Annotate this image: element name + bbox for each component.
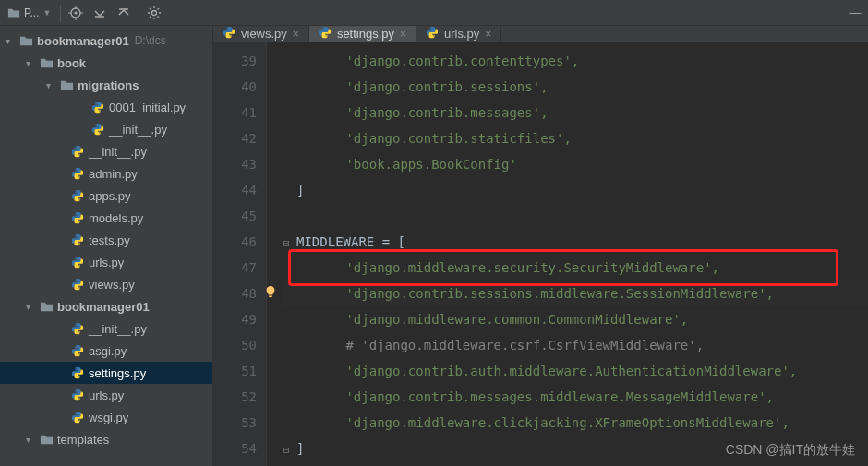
tree-label: tests.py	[89, 233, 130, 247]
code-line[interactable]: 'django.contrib.messages',	[283, 100, 868, 125]
tree-path: D:\dcs	[135, 34, 166, 47]
code-editor[interactable]: 3940414243444546474849505152535455 'djan…	[213, 42, 868, 466]
top-toolbar: P... ▼ —	[0, 0, 868, 26]
folder-icon	[39, 55, 54, 70]
collapse-icon[interactable]	[115, 4, 133, 22]
python-file-icon	[70, 321, 85, 336]
python-file-icon	[90, 100, 105, 114]
chevron-down-icon: ▼	[42, 8, 51, 18]
tree-file[interactable]: __init__.py	[0, 118, 212, 140]
tree-label: models.py	[89, 211, 143, 225]
code-line[interactable]: 'django.contrib.staticfiles',	[283, 125, 868, 151]
tree-file[interactable]: urls.py	[0, 251, 212, 273]
tree-file[interactable]: 0001_initial.py	[0, 96, 212, 118]
tree-file[interactable]: tests.py	[0, 229, 212, 251]
tree-label: admin.py	[89, 167, 138, 181]
close-icon[interactable]: ×	[400, 28, 406, 41]
python-file-icon	[70, 388, 85, 402]
project-label: P...	[24, 6, 39, 19]
python-file-icon	[319, 26, 332, 42]
python-file-icon	[70, 210, 85, 225]
code-line[interactable]: # 'django.middleware.csrf.CsrfViewMiddle…	[283, 332, 868, 358]
tree-label: apps.py	[89, 189, 131, 203]
tree-label: __init__.py	[109, 123, 167, 137]
folder-icon	[59, 78, 74, 92]
svg-rect-17	[269, 295, 272, 297]
tree-file[interactable]: __init__.py	[0, 317, 212, 340]
tree-folder-book[interactable]: ▾ book	[0, 52, 212, 74]
intention-bulb-icon[interactable]	[264, 281, 277, 293]
chevron-down-icon: ▾	[26, 58, 37, 68]
tree-label: templates	[57, 433, 109, 447]
tree-root[interactable]: ▾ bookmanager01 D:\dcs	[0, 30, 212, 52]
tree-file[interactable]: urls.py	[0, 384, 212, 406]
project-sidebar: ▾ bookmanager01 D:\dcs ▾ book ▾ migratio…	[0, 26, 213, 466]
tree-file[interactable]: __init__.py	[0, 140, 212, 162]
editor-tab[interactable]: views.py×	[213, 26, 309, 42]
tree-label: wsgi.py	[89, 411, 128, 424]
code-line[interactable]: 'django.middleware.common.CommonMiddlewa…	[283, 306, 868, 332]
python-file-icon	[70, 277, 85, 292]
hide-icon[interactable]: —	[846, 4, 864, 22]
chevron-down-icon: ▾	[46, 80, 57, 90]
code-line[interactable]: 'django.contrib.auth.middleware.Authenti…	[283, 358, 868, 384]
chevron-down-icon: ▾	[26, 302, 37, 312]
expand-icon[interactable]	[90, 4, 109, 22]
chevron-down-icon: ▾	[6, 36, 17, 46]
python-file-icon	[70, 233, 85, 247]
code-line[interactable]: 'django.middleware.clickjacking.XFrameOp…	[283, 410, 868, 436]
code-line[interactable]: ]	[283, 177, 868, 203]
svg-line-14	[158, 16, 160, 18]
code-line[interactable]: 'django.contrib.sessions.middleware.Sess…	[283, 281, 868, 306]
separator	[60, 5, 61, 21]
code-lines[interactable]: 'django.contrib.contenttypes', 'django.c…	[267, 42, 868, 466]
code-line[interactable]: ⊟MIDDLEWARE = [	[283, 229, 868, 255]
close-icon[interactable]: ×	[293, 28, 299, 41]
tree-label: migrations	[78, 78, 139, 92]
svg-line-16	[158, 8, 160, 10]
python-file-icon	[70, 410, 85, 424]
python-file-icon	[426, 26, 439, 42]
project-dropdown[interactable]: P... ▼	[4, 6, 54, 19]
tree-folder-migrations[interactable]: ▾ migrations	[0, 74, 212, 96]
tree-file[interactable]: asgi.py	[0, 340, 212, 362]
gutter: 3940414243444546474849505152535455	[213, 42, 267, 466]
code-line[interactable]	[283, 203, 868, 229]
folder-icon	[7, 6, 20, 19]
tree-file[interactable]: models.py	[0, 207, 212, 229]
editor-tab[interactable]: settings.py×	[309, 26, 416, 42]
tree-file[interactable]: apps.py	[0, 185, 212, 207]
target-icon[interactable]	[66, 4, 85, 22]
python-file-icon	[70, 188, 85, 203]
fold-icon[interactable]: ⊟	[283, 437, 296, 463]
svg-point-1	[75, 11, 78, 14]
editor-tabs: views.py×settings.py×urls.py×	[213, 26, 868, 42]
separator	[139, 5, 139, 21]
code-line[interactable]: 'django.contrib.sessions',	[283, 74, 868, 100]
code-line[interactable]: 'django.contrib.messages.middleware.Mess…	[283, 384, 868, 410]
svg-line-15	[150, 16, 151, 18]
tree-label: asgi.py	[89, 344, 127, 358]
editor-tab[interactable]: urls.py×	[416, 26, 501, 42]
fold-icon[interactable]: ⊟	[283, 231, 296, 257]
code-line[interactable]: 'book.apps.BookConfig'	[283, 151, 868, 177]
code-line[interactable]: 'django.middleware.security.SecurityMidd…	[283, 255, 868, 281]
tree-label: urls.py	[89, 388, 124, 402]
code-line[interactable]	[283, 461, 868, 466]
tab-label: urls.py	[444, 27, 479, 41]
folder-icon	[18, 33, 33, 48]
tree-file[interactable]: admin.py	[0, 162, 212, 185]
tree-file[interactable]: wsgi.py	[0, 406, 212, 428]
tree-file[interactable]: views.py	[0, 273, 212, 295]
python-file-icon	[70, 166, 85, 181]
code-line[interactable]: 'django.contrib.contenttypes',	[283, 48, 868, 74]
tree-file[interactable]: settings.py	[0, 362, 212, 384]
close-icon[interactable]: ×	[485, 28, 491, 41]
tree-folder-pkg[interactable]: ▾ bookmanager01	[0, 295, 212, 317]
python-file-icon	[223, 26, 235, 42]
tree-folder-templates[interactable]: ▾ templates	[0, 428, 212, 450]
tree-label: __init__.py	[89, 322, 147, 336]
tree-label: 0001_initial.py	[109, 101, 186, 114]
python-file-icon	[70, 343, 85, 358]
gear-icon[interactable]	[145, 4, 163, 22]
